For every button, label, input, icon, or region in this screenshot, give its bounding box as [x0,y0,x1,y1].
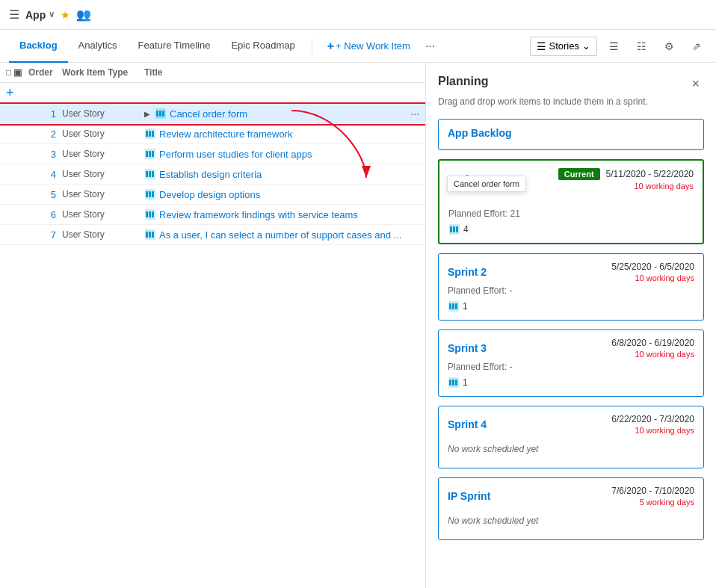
sprint-card-sprint2[interactable]: Sprint 2 5/25/2020 - 6/5/2020 10 working… [438,253,704,321]
svg-rect-19 [152,191,154,197]
more-options-button[interactable]: ··· [419,35,441,58]
svg-rect-38 [449,380,451,386]
sprint-card-sprint3[interactable]: Sprint 3 6/8/2020 - 6/19/2020 10 working… [438,329,704,397]
svg-rect-3 [162,111,164,117]
svg-rect-30 [450,226,452,232]
row-1-order: 1 [28,108,62,120]
table-row[interactable]: 7 User Story As a user, I can select a n… [0,225,425,245]
nav-analytics[interactable]: Analytics [68,30,128,63]
ip-sprint-header: IP Sprint 7/6/2020 - 7/10/2020 5 working… [448,486,694,507]
user-story-icon [144,188,156,200]
ip-sprint-header-right: 7/6/2020 - 7/10/2020 5 working days [611,486,694,507]
svg-rect-7 [152,131,154,137]
top-bar-left: ☰ App ∨ ★ 👥 [9,7,91,22]
row-1-ellipsis[interactable]: ··· [410,108,419,120]
new-work-item-button[interactable]: + + New Work Item [318,35,419,58]
table-row[interactable]: 3 User Story Perform user studies for cl… [0,144,425,164]
sprint-card-app-backlog[interactable]: App Backlog [438,119,704,150]
current-badge: Current [558,168,600,180]
svg-rect-23 [152,211,154,217]
sprint3-items: 1 [448,377,694,389]
sprint3-header-right: 6/8/2020 - 6/19/2020 10 working days [611,338,694,359]
table-row[interactable]: 6 User Story Review framework findings w… [0,205,425,225]
row-5-title[interactable]: Develop design options [159,189,260,200]
table-row[interactable]: 4 User Story Establish design criteria [0,164,425,185]
row-1-title[interactable]: Cancel order form [170,108,247,120]
nav-backlog[interactable]: Backlog [9,30,68,63]
row-6-title-cell: Review framework findings with service t… [144,208,419,220]
collapse-all-icon[interactable]: ▣ [13,67,22,78]
user-story-icon [144,168,156,180]
table-row[interactable]: 5 User Story Develop design options [0,185,425,205]
nav-feature-timeline[interactable]: Feature Timeline [128,30,221,63]
add-item-icon[interactable]: + [6,85,14,101]
svg-rect-15 [152,171,154,177]
row-1-title-cell: ▶ Cancel order form ··· [144,108,419,120]
nav-separator [312,39,312,54]
row-5-order: 5 [28,189,62,200]
row-3-title[interactable]: Perform user studies for client apps [159,149,312,160]
row-4-order: 4 [28,169,62,180]
sprint2-story-icon [448,300,460,312]
nav-epic-roadmap[interactable]: Epic Roadmap [220,30,305,63]
svg-rect-14 [149,171,151,177]
sprint-card-ip-sprint[interactable]: IP Sprint 7/6/2020 - 7/10/2020 5 working… [438,477,704,540]
planning-subtitle: Drag and drop work items to include them… [438,96,704,107]
table-row[interactable]: 1 User Story ▶ Cancel order form ··· [0,104,425,124]
row-5-type: User Story [62,189,144,199]
row-7-title[interactable]: As a user, I can select a number of supp… [159,229,401,241]
row-2-type: User Story [62,129,144,139]
new-work-item-label: + New Work Item [336,40,410,52]
row-4-title-cell: Establish design criteria [144,168,419,180]
settings-icon[interactable]: ⚙ [658,37,680,55]
row-7-title-cell: As a user, I can select a number of supp… [144,229,419,241]
row-2-title[interactable]: Review architecture framework [159,129,292,140]
sprint3-name: Sprint 3 [448,342,487,354]
sprint3-effort: Planned Effort: - [448,362,694,372]
stories-dropdown-button[interactable]: ☰ Stories ⌄ [530,37,597,56]
row-6-title[interactable]: Review framework findings with service t… [159,209,358,220]
expand-all-icon[interactable]: □ [6,67,11,78]
nav-right: ☰ Stories ⌄ ☰ ☷ ⚙ ⇗ [530,37,707,56]
favorite-star-icon[interactable]: ★ [61,9,70,21]
user-story-icon [144,229,156,241]
sprint1-header-right: Current 5/11/2020 - 5/22/2020 10 working… [558,168,694,191]
svg-rect-17 [146,191,148,197]
sprint4-header-right: 6/22/2020 - 7/3/2020 10 working days [611,414,694,435]
sprint-card-sprint4[interactable]: Sprint 4 6/22/2020 - 7/3/2020 10 working… [438,406,704,468]
sprint4-dates: 6/22/2020 - 7/3/2020 [611,414,694,424]
layout-icon[interactable]: ☰ [603,37,625,55]
sprint2-working-days: 10 working days [635,273,695,282]
order-header: Order [28,67,62,78]
ip-sprint-working-days: 5 working days [640,498,694,507]
sprint4-no-work: No work scheduled yet [448,438,694,460]
planning-title: Planning [438,75,489,88]
app-name-label: App [25,9,46,21]
svg-rect-9 [146,151,148,157]
row-2-title-cell: Review architecture framework [144,128,419,140]
app-chevron-icon[interactable]: ∨ [49,10,55,19]
svg-rect-6 [149,131,151,137]
row-1-expand-icon[interactable]: ▶ [144,110,150,118]
row-2-order: 2 [28,129,62,140]
sprint1-dates: 5/11/2020 - 5/22/2020 [606,169,694,179]
ip-sprint-dates: 7/6/2020 - 7/10/2020 [611,486,694,496]
planning-close-button[interactable]: × [687,75,704,93]
row-6-type: User Story [62,209,144,220]
sprint-card-sprint1[interactable]: Cancel order form Sprint 1 Current 5/11/… [438,159,704,244]
user-story-icon [155,108,167,120]
add-item-row: + [0,83,425,104]
plus-icon: + [327,40,334,53]
nav-items: Backlog Analytics Feature Timeline Epic … [9,30,306,63]
user-story-icon [144,148,156,160]
grid-menu-icon[interactable]: ☰ [9,7,19,22]
svg-rect-32 [456,226,458,232]
row-3-type: User Story [62,149,144,159]
app-title: App ∨ [25,9,55,21]
filter-icon[interactable]: ☷ [631,37,652,55]
svg-rect-11 [152,151,154,157]
fullscreen-icon[interactable]: ⇗ [686,37,707,55]
people-icon[interactable]: 👥 [76,7,91,22]
table-row[interactable]: 2 User Story Review architecture framewo… [0,124,425,144]
row-4-title[interactable]: Establish design criteria [159,169,262,180]
